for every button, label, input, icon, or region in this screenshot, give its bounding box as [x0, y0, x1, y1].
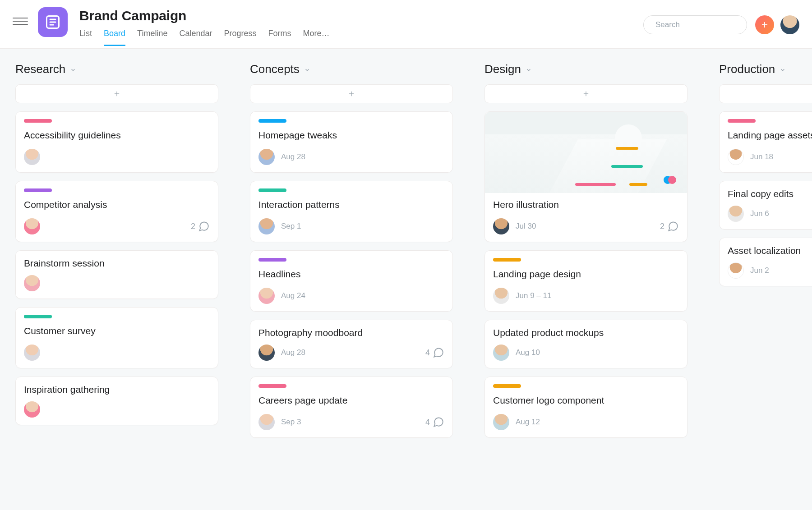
column-header[interactable]: Design [484, 62, 687, 76]
task-card[interactable]: Final copy edits Jun 6 [719, 181, 812, 230]
due-date: Jun 18 [750, 152, 773, 161]
card-tag [24, 188, 52, 192]
tab-list[interactable]: List [79, 29, 92, 46]
card-tag [258, 119, 286, 123]
assignee-avatar[interactable] [258, 218, 275, 234]
card-title: Landing page assets [728, 130, 812, 141]
card-title: Updated product mockups [493, 327, 679, 338]
task-card[interactable]: Competitor analysis 2 [15, 181, 218, 242]
assignee-avatar[interactable] [493, 288, 509, 304]
title-block: Brand Campaign List Board Timeline Calen… [79, 5, 330, 46]
column-header[interactable]: Production [719, 62, 812, 76]
task-card[interactable]: Accessibility guidelines [15, 111, 218, 173]
task-card[interactable]: Inspiration gathering [15, 377, 218, 425]
task-card[interactable]: Customer survey [15, 307, 218, 368]
assignee-avatar[interactable] [493, 414, 509, 430]
card-title: Photography moodboard [258, 327, 444, 338]
column-title: Concepts [250, 62, 300, 76]
task-card[interactable]: Updated product mockups Aug 10 [484, 320, 687, 368]
task-card[interactable]: Hero illustration Jul 30 2 [484, 111, 687, 242]
assignee-avatar[interactable] [24, 275, 40, 291]
card-title: Hero illustration [493, 199, 679, 210]
card-title: Customer logo component [493, 395, 679, 406]
column-header[interactable]: Concepts [250, 62, 453, 76]
comment-icon [198, 221, 210, 232]
task-card[interactable]: Headlines Aug 24 [250, 250, 453, 312]
comment-count[interactable]: 4 [425, 347, 444, 358]
comment-count[interactable]: 2 [660, 221, 679, 232]
add-card-button[interactable] [484, 84, 687, 103]
task-card[interactable]: Landing page design Jun 9 – 11 [484, 250, 687, 312]
card-title: Headlines [258, 269, 444, 280]
assignee-avatar[interactable] [728, 262, 744, 279]
plus-icon [761, 21, 769, 29]
column-design: Design Hero illustration [484, 62, 687, 446]
add-card-button[interactable] [719, 84, 812, 103]
tab-calendar[interactable]: Calendar [179, 29, 212, 46]
tabs: List Board Timeline Calendar Progress Fo… [79, 29, 330, 46]
task-card[interactable]: Asset localization Jun 2 [719, 238, 812, 286]
plus-icon [348, 90, 355, 97]
card-tag [258, 384, 286, 388]
project-title: Brand Campaign [79, 8, 330, 23]
comment-count[interactable]: 2 [191, 221, 210, 232]
column-research: Research Accessibility guidelines Compet… [15, 62, 218, 433]
tab-progress[interactable]: Progress [224, 29, 256, 46]
assignee-avatar[interactable] [493, 218, 509, 234]
due-date: Sep 1 [281, 222, 301, 231]
plus-icon [113, 90, 120, 97]
card-title: Careers page update [258, 395, 444, 406]
project-icon[interactable] [38, 7, 68, 37]
plus-icon [582, 90, 590, 97]
task-card[interactable]: Interaction patterns Sep 1 [250, 181, 453, 242]
assignee-avatar[interactable] [24, 401, 40, 418]
due-date: Jun 2 [750, 266, 769, 275]
tab-board[interactable]: Board [104, 29, 125, 46]
card-tag [258, 188, 286, 192]
assignee-avatar[interactable] [728, 206, 744, 222]
search-input[interactable] [655, 20, 751, 29]
assignee-avatar[interactable] [24, 345, 40, 361]
card-title: Competitor analysis [24, 199, 210, 210]
tab-forms[interactable]: Forms [268, 29, 291, 46]
task-card[interactable]: Customer logo component Aug 12 [484, 377, 687, 438]
due-date: Aug 28 [281, 348, 305, 357]
add-card-button[interactable] [250, 84, 453, 103]
comment-count[interactable]: 4 [425, 416, 444, 428]
assignee-avatar[interactable] [258, 288, 275, 304]
tab-more[interactable]: More… [303, 29, 330, 46]
assignee-avatar[interactable] [493, 345, 509, 361]
card-cover-image [485, 112, 687, 193]
column-header[interactable]: Research [15, 62, 218, 76]
card-title: Customer survey [24, 326, 210, 336]
column-concepts: Concepts Homepage tweaks Aug 28 Interact… [250, 62, 453, 446]
task-card[interactable]: Careers page update Sep 3 4 [250, 377, 453, 438]
assignee-avatar[interactable] [728, 149, 744, 165]
current-user-avatar[interactable] [780, 15, 799, 34]
comment-icon [433, 347, 444, 358]
card-title: Interaction patterns [258, 199, 444, 210]
tab-timeline[interactable]: Timeline [137, 29, 167, 46]
chevron-down-icon [304, 62, 310, 76]
task-card[interactable]: Homepage tweaks Aug 28 [250, 111, 453, 173]
chevron-down-icon [526, 62, 532, 76]
assignee-avatar[interactable] [258, 414, 275, 430]
comment-icon [433, 416, 444, 428]
due-date: Jun 6 [750, 209, 769, 218]
chevron-down-icon [780, 62, 786, 76]
global-add-button[interactable] [755, 15, 774, 34]
task-card[interactable]: Brainstorm session [15, 250, 218, 299]
menu-icon[interactable] [13, 14, 28, 29]
assignee-avatar[interactable] [258, 149, 275, 165]
card-tag [728, 119, 756, 123]
task-card[interactable]: Photography moodboard Aug 28 4 [250, 320, 453, 368]
card-tag [258, 258, 286, 262]
column-title: Design [484, 62, 521, 76]
assignee-avatar[interactable] [24, 218, 40, 234]
card-tag [24, 315, 52, 318]
assignee-avatar[interactable] [24, 149, 40, 165]
assignee-avatar[interactable] [258, 345, 275, 361]
search-box[interactable] [643, 15, 747, 34]
task-card[interactable]: Landing page assets Jun 18 [719, 111, 812, 173]
add-card-button[interactable] [15, 84, 218, 103]
